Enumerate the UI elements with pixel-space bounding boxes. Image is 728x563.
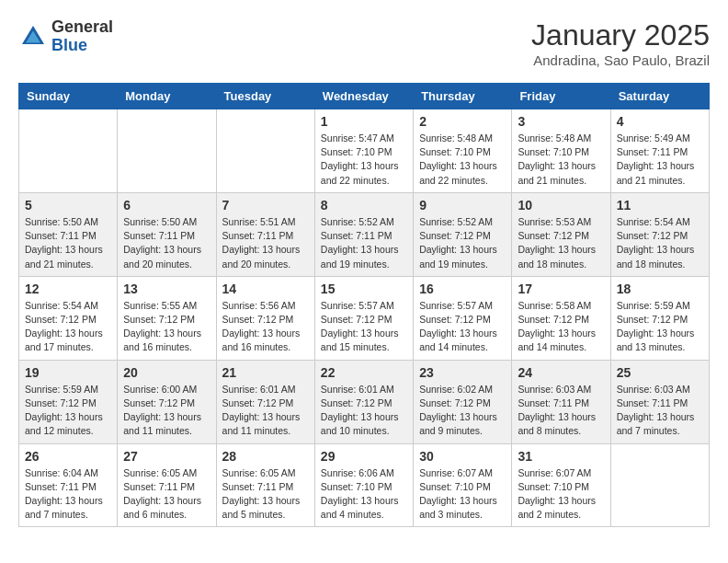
day-info: Sunrise: 5:48 AM Sunset: 7:10 PM Dayligh…	[419, 132, 506, 188]
day-info: Sunrise: 5:48 AM Sunset: 7:10 PM Dayligh…	[518, 132, 604, 188]
calendar-cell: 7Sunrise: 5:51 AM Sunset: 7:11 PM Daylig…	[216, 192, 314, 276]
weekday-header-wednesday: Wednesday	[314, 84, 413, 109]
logo: General Blue	[18, 18, 113, 55]
calendar-cell: 23Sunrise: 6:02 AM Sunset: 7:12 PM Dayli…	[414, 360, 512, 443]
day-info: Sunrise: 5:50 AM Sunset: 7:11 PM Dayligh…	[123, 215, 210, 271]
day-number: 1	[321, 114, 407, 129]
day-number: 30	[419, 449, 506, 464]
calendar-cell: 1Sunrise: 5:47 AM Sunset: 7:10 PM Daylig…	[314, 109, 413, 193]
day-info: Sunrise: 6:05 AM Sunset: 7:11 PM Dayligh…	[222, 466, 309, 523]
day-number: 11	[617, 198, 703, 213]
calendar-cell: 15Sunrise: 5:57 AM Sunset: 7:12 PM Dayli…	[314, 276, 413, 360]
day-info: Sunrise: 6:03 AM Sunset: 7:11 PM Dayligh…	[617, 383, 703, 439]
page-header: General Blue January 2025 Andradina, Sao…	[18, 18, 710, 68]
day-number: 9	[419, 198, 506, 213]
calendar-cell: 30Sunrise: 6:07 AM Sunset: 7:10 PM Dayli…	[414, 443, 512, 527]
weekday-header-tuesday: Tuesday	[216, 84, 314, 109]
day-info: Sunrise: 5:57 AM Sunset: 7:12 PM Dayligh…	[419, 299, 506, 355]
calendar-cell: 6Sunrise: 5:50 AM Sunset: 7:11 PM Daylig…	[118, 192, 216, 276]
calendar-cell: 14Sunrise: 5:56 AM Sunset: 7:12 PM Dayli…	[216, 276, 314, 360]
day-number: 19	[25, 365, 111, 380]
calendar-cell: 11Sunrise: 5:54 AM Sunset: 7:12 PM Dayli…	[610, 192, 709, 276]
calendar-cell: 28Sunrise: 6:05 AM Sunset: 7:11 PM Dayli…	[216, 443, 314, 527]
day-info: Sunrise: 5:55 AM Sunset: 7:12 PM Dayligh…	[123, 299, 210, 355]
calendar-cell: 27Sunrise: 6:05 AM Sunset: 7:11 PM Dayli…	[118, 443, 216, 527]
calendar-cell: 8Sunrise: 5:52 AM Sunset: 7:11 PM Daylig…	[314, 192, 413, 276]
day-number: 18	[617, 282, 703, 296]
calendar-cell: 25Sunrise: 6:03 AM Sunset: 7:11 PM Dayli…	[610, 360, 709, 443]
day-info: Sunrise: 6:02 AM Sunset: 7:12 PM Dayligh…	[419, 383, 506, 439]
calendar-week-3: 12Sunrise: 5:54 AM Sunset: 7:12 PM Dayli…	[19, 276, 710, 360]
calendar-cell	[610, 443, 709, 527]
day-info: Sunrise: 5:57 AM Sunset: 7:12 PM Dayligh…	[321, 299, 407, 355]
calendar-week-5: 26Sunrise: 6:04 AM Sunset: 7:11 PM Dayli…	[19, 443, 710, 527]
calendar-table: SundayMondayTuesdayWednesdayThursdayFrid…	[18, 83, 710, 527]
day-number: 14	[222, 282, 309, 296]
calendar-cell: 16Sunrise: 5:57 AM Sunset: 7:12 PM Dayli…	[414, 276, 512, 360]
day-info: Sunrise: 5:51 AM Sunset: 7:11 PM Dayligh…	[222, 215, 309, 271]
calendar-week-1: 1Sunrise: 5:47 AM Sunset: 7:10 PM Daylig…	[19, 109, 710, 193]
calendar-cell: 12Sunrise: 5:54 AM Sunset: 7:12 PM Dayli…	[19, 276, 118, 360]
day-number: 5	[25, 198, 111, 213]
day-info: Sunrise: 5:47 AM Sunset: 7:10 PM Dayligh…	[321, 132, 407, 188]
day-info: Sunrise: 6:04 AM Sunset: 7:11 PM Dayligh…	[25, 466, 111, 523]
day-number: 27	[123, 449, 210, 464]
calendar-cell: 4Sunrise: 5:49 AM Sunset: 7:11 PM Daylig…	[610, 109, 709, 193]
day-number: 6	[123, 198, 210, 213]
title-block: January 2025 Andradina, Sao Paulo, Brazi…	[531, 18, 710, 68]
weekday-header-saturday: Saturday	[610, 84, 709, 109]
day-number: 2	[419, 114, 506, 129]
day-number: 21	[222, 365, 309, 380]
day-info: Sunrise: 5:58 AM Sunset: 7:12 PM Dayligh…	[518, 299, 604, 355]
day-number: 22	[321, 365, 407, 380]
day-number: 24	[518, 365, 604, 380]
weekday-header-monday: Monday	[118, 84, 216, 109]
calendar-cell: 17Sunrise: 5:58 AM Sunset: 7:12 PM Dayli…	[512, 276, 610, 360]
calendar-cell: 21Sunrise: 6:01 AM Sunset: 7:12 PM Dayli…	[216, 360, 314, 443]
weekday-header-friday: Friday	[512, 84, 610, 109]
day-number: 23	[419, 365, 506, 380]
day-info: Sunrise: 6:01 AM Sunset: 7:12 PM Dayligh…	[222, 383, 309, 439]
day-number: 20	[123, 365, 210, 380]
day-info: Sunrise: 6:00 AM Sunset: 7:12 PM Dayligh…	[123, 383, 210, 439]
day-number: 3	[518, 114, 604, 129]
calendar-cell: 22Sunrise: 6:01 AM Sunset: 7:12 PM Dayli…	[314, 360, 413, 443]
day-info: Sunrise: 6:07 AM Sunset: 7:10 PM Dayligh…	[518, 466, 604, 523]
day-info: Sunrise: 5:52 AM Sunset: 7:11 PM Dayligh…	[321, 215, 407, 271]
day-info: Sunrise: 5:53 AM Sunset: 7:12 PM Dayligh…	[518, 215, 604, 271]
day-number: 28	[222, 449, 309, 464]
day-info: Sunrise: 6:01 AM Sunset: 7:12 PM Dayligh…	[321, 383, 407, 439]
day-number: 25	[617, 365, 703, 380]
day-number: 10	[518, 198, 604, 213]
calendar-cell: 9Sunrise: 5:52 AM Sunset: 7:12 PM Daylig…	[414, 192, 512, 276]
weekday-header-sunday: Sunday	[19, 84, 118, 109]
day-number: 17	[518, 282, 604, 296]
calendar-cell: 31Sunrise: 6:07 AM Sunset: 7:10 PM Dayli…	[512, 443, 610, 527]
calendar-cell: 26Sunrise: 6:04 AM Sunset: 7:11 PM Dayli…	[19, 443, 118, 527]
calendar-cell: 19Sunrise: 5:59 AM Sunset: 7:12 PM Dayli…	[19, 360, 118, 443]
calendar-week-4: 19Sunrise: 5:59 AM Sunset: 7:12 PM Dayli…	[19, 360, 710, 443]
calendar-subtitle: Andradina, Sao Paulo, Brazil	[531, 52, 710, 68]
calendar-cell: 18Sunrise: 5:59 AM Sunset: 7:12 PM Dayli…	[610, 276, 709, 360]
day-info: Sunrise: 6:03 AM Sunset: 7:11 PM Dayligh…	[518, 383, 604, 439]
day-number: 13	[123, 282, 210, 296]
day-info: Sunrise: 5:54 AM Sunset: 7:12 PM Dayligh…	[617, 215, 703, 271]
calendar-cell	[118, 109, 216, 193]
day-info: Sunrise: 5:59 AM Sunset: 7:12 PM Dayligh…	[617, 299, 703, 355]
day-info: Sunrise: 5:59 AM Sunset: 7:12 PM Dayligh…	[25, 383, 111, 439]
calendar-title: January 2025	[531, 18, 710, 52]
day-info: Sunrise: 6:07 AM Sunset: 7:10 PM Dayligh…	[419, 466, 506, 523]
calendar-cell: 29Sunrise: 6:06 AM Sunset: 7:10 PM Dayli…	[314, 443, 413, 527]
calendar-week-2: 5Sunrise: 5:50 AM Sunset: 7:11 PM Daylig…	[19, 192, 710, 276]
day-number: 31	[518, 449, 604, 464]
day-number: 12	[25, 282, 111, 296]
day-info: Sunrise: 5:49 AM Sunset: 7:11 PM Dayligh…	[617, 132, 703, 188]
calendar-cell: 10Sunrise: 5:53 AM Sunset: 7:12 PM Dayli…	[512, 192, 610, 276]
day-info: Sunrise: 5:56 AM Sunset: 7:12 PM Dayligh…	[222, 299, 309, 355]
day-info: Sunrise: 5:50 AM Sunset: 7:11 PM Dayligh…	[25, 215, 111, 271]
day-info: Sunrise: 5:52 AM Sunset: 7:12 PM Dayligh…	[419, 215, 506, 271]
calendar-cell: 3Sunrise: 5:48 AM Sunset: 7:10 PM Daylig…	[512, 109, 610, 193]
calendar-cell: 5Sunrise: 5:50 AM Sunset: 7:11 PM Daylig…	[19, 192, 118, 276]
logo-general: General	[51, 17, 113, 36]
calendar-cell: 2Sunrise: 5:48 AM Sunset: 7:10 PM Daylig…	[414, 109, 512, 193]
